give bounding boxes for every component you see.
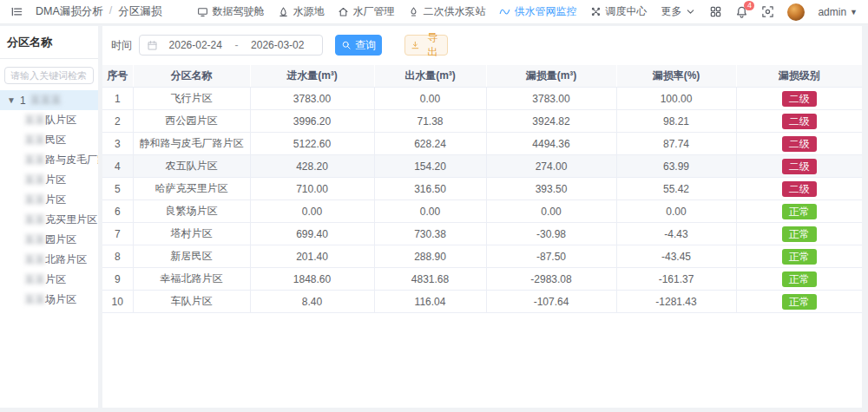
col-loss: 漏损量(m³) — [486, 65, 616, 88]
username: admin — [818, 6, 846, 18]
top-nav-menu: 数据驾驶舱 水源地 水厂管理 二次供水泵站 供水管网监控 调度中心 更多 — [197, 4, 696, 19]
cell-zone-name: 幸福北路片区 — [133, 268, 250, 291]
cell-inflow: 699.40 — [250, 223, 374, 245]
leak-level-badge: 二级 — [782, 114, 817, 129]
tree-item[interactable]: 某某队片区 — [0, 110, 98, 130]
end-date-value[interactable]: 2026-03-02 — [240, 39, 316, 51]
tree-item-redacted-label: 某某 — [24, 193, 45, 206]
table-row[interactable]: 3 静和路与皮毛厂路片区 5122.60 628.24 4494.36 87.7… — [102, 133, 862, 155]
tree-item[interactable]: 某某片区 — [0, 190, 98, 210]
tree-item[interactable]: 某某场片区 — [0, 290, 98, 310]
tree-item-label: 园片区 — [45, 233, 76, 245]
query-button-label: 查询 — [355, 38, 376, 53]
cell-loss-level: 二级 — [736, 133, 862, 155]
notification-badge: 4 — [744, 1, 754, 10]
cell-index: 9 — [102, 268, 133, 291]
cell-zone-name: 塔村片区 — [133, 223, 250, 245]
water-source-icon — [278, 6, 289, 17]
leak-level-badge: 二级 — [782, 136, 817, 152]
leak-level-badge: 正常 — [782, 271, 817, 287]
tree-item-label: 片区 — [45, 193, 66, 206]
leak-level-badge: 正常 — [782, 204, 817, 219]
tree-item[interactable]: 某某片区 — [0, 170, 98, 190]
top-navbar: DMA漏损分析 / 分区漏损 数据驾驶舱 水源地 水厂管理 二次供水泵站 供水管… — [0, 0, 868, 24]
cell-index: 4 — [102, 155, 133, 178]
cell-zone-name: 西公园片区 — [133, 110, 250, 133]
tree-item[interactable]: 某某路与皮毛厂路片区 — [0, 150, 98, 170]
date-separator: - — [233, 39, 240, 51]
tree-item-label: 片区 — [45, 173, 66, 186]
tree-item-redacted-label: 某某 — [24, 273, 45, 285]
tree-item[interactable]: 某某片区 — [0, 270, 98, 290]
table-row[interactable]: 4 农五队片区 428.20 154.20 274.00 63.99 二级 — [102, 155, 862, 178]
tree-item[interactable]: 某某园片区 — [0, 230, 98, 250]
table-row[interactable]: 10 车队片区 8.40 116.04 -107.64 -1281.43 正常 — [102, 291, 862, 313]
query-button[interactable]: 查询 — [335, 35, 382, 56]
start-date-value[interactable]: 2026-02-24 — [158, 39, 233, 51]
cell-inflow: 5122.60 — [250, 133, 374, 155]
cell-loss-rate: -1281.43 — [616, 291, 736, 313]
breadcrumb-item[interactable]: DMA漏损分析 — [36, 4, 103, 19]
caret-down-icon: ▼ — [850, 8, 858, 16]
table-row[interactable]: 8 新居民区 201.40 288.90 -87.50 -43.45 正常 — [102, 245, 862, 268]
table-row[interactable]: 2 西公园片区 3996.20 71.38 3924.82 98.21 二级 — [102, 110, 862, 133]
nav-item[interactable]: 水源地 — [278, 4, 324, 19]
cell-index: 3 — [102, 133, 133, 155]
tree-item[interactable]: 某某民区 — [0, 130, 98, 150]
calendar-icon — [147, 40, 158, 51]
cell-outflow: 0.00 — [374, 88, 486, 110]
avatar[interactable] — [787, 3, 805, 21]
cell-outflow: 154.20 — [374, 155, 486, 178]
apps-grid-icon[interactable] — [709, 5, 722, 18]
nav-item[interactable]: 水厂管理 — [338, 4, 394, 19]
leakage-table: 序号 分区名称 进水量(m³) 出水量(m³) 漏损量(m³) 漏损率(%) 漏… — [102, 65, 862, 313]
cell-zone-name: 车队片区 — [133, 291, 250, 313]
tree-item-label: 民区 — [45, 134, 66, 146]
main-panel: 时间 2026-02-24 - 2026-03-02 查询 导出 序号 分区名称 — [102, 26, 862, 408]
nav-item[interactable]: 二次供水泵站 — [408, 4, 485, 19]
cell-index: 6 — [102, 200, 133, 223]
cell-index: 8 — [102, 245, 133, 268]
cell-loss-level: 正常 — [736, 200, 862, 223]
cell-loss-rate: 98.21 — [616, 110, 736, 133]
tree-item-label: 路与皮毛厂路片区 — [45, 154, 98, 166]
table-row[interactable]: 1 飞行片区 3783.00 0.00 3783.00 100.00 二级 — [102, 88, 862, 110]
date-range-picker[interactable]: 2026-02-24 - 2026-03-02 — [139, 35, 323, 56]
cell-outflow: 730.38 — [374, 223, 486, 245]
tree-item-redacted-label: 某某 — [24, 233, 45, 245]
bell-icon[interactable]: 4 — [735, 5, 748, 18]
nav-item[interactable]: 更多 — [661, 4, 696, 19]
col-outflow: 出水量(m³) — [374, 65, 486, 88]
export-button[interactable]: 导出 — [404, 35, 448, 56]
cell-zone-name: 静和路与皮毛厂路片区 — [133, 133, 250, 155]
tree-root-node[interactable]: ▼ 1 某某某 — [0, 90, 98, 110]
cell-inflow: 0.00 — [250, 200, 374, 223]
nav-item[interactable]: 调度中心 — [590, 4, 647, 19]
user-menu[interactable]: admin ▼ — [818, 6, 858, 18]
cell-loss-rate: 55.42 — [616, 178, 736, 200]
cell-inflow: 8.40 — [250, 291, 374, 313]
keyword-search-input[interactable] — [4, 67, 94, 84]
tree-item[interactable]: 某某克买里片区 — [0, 210, 98, 230]
cell-loss-rate: -43.45 — [616, 245, 736, 268]
col-inflow: 进水量(m³) — [250, 65, 374, 88]
tree-expand-icon[interactable]: ▼ — [7, 95, 16, 105]
table-row[interactable]: 5 哈萨克买里片区 710.00 316.50 393.50 55.42 二级 — [102, 178, 862, 200]
cell-inflow: 1848.60 — [250, 268, 374, 291]
leak-level-badge: 二级 — [782, 91, 817, 107]
cell-loss-rate: 87.74 — [616, 133, 736, 155]
zone-sidebar: 分区名称 ▼ 1 某某某 某某队片区 某某民区 某某路与皮毛厂路片区 某某片区 … — [0, 26, 98, 408]
nav-item[interactable]: 供水管网监控 — [499, 4, 576, 19]
cell-zone-name: 新居民区 — [133, 245, 250, 268]
table-row[interactable]: 9 幸福北路片区 1848.60 4831.68 -2983.08 -161.3… — [102, 268, 862, 291]
table-row[interactable]: 6 良繁场片区 0.00 0.00 0.00 0.00 正常 — [102, 200, 862, 223]
nav-item[interactable]: 数据驾驶舱 — [197, 4, 264, 19]
table-row[interactable]: 7 塔村片区 699.40 730.38 -30.98 -4.43 正常 — [102, 223, 862, 245]
tree-item-label: 片区 — [45, 273, 66, 285]
menu-fold-icon[interactable] — [10, 5, 23, 18]
tree-item-redacted-label: 某某 — [24, 213, 45, 226]
fullscreen-icon[interactable] — [761, 5, 774, 18]
tree-item-redacted-label: 某某 — [24, 293, 45, 305]
cell-inflow: 428.20 — [250, 155, 374, 178]
tree-item[interactable]: 某某北路片区 — [0, 250, 98, 270]
